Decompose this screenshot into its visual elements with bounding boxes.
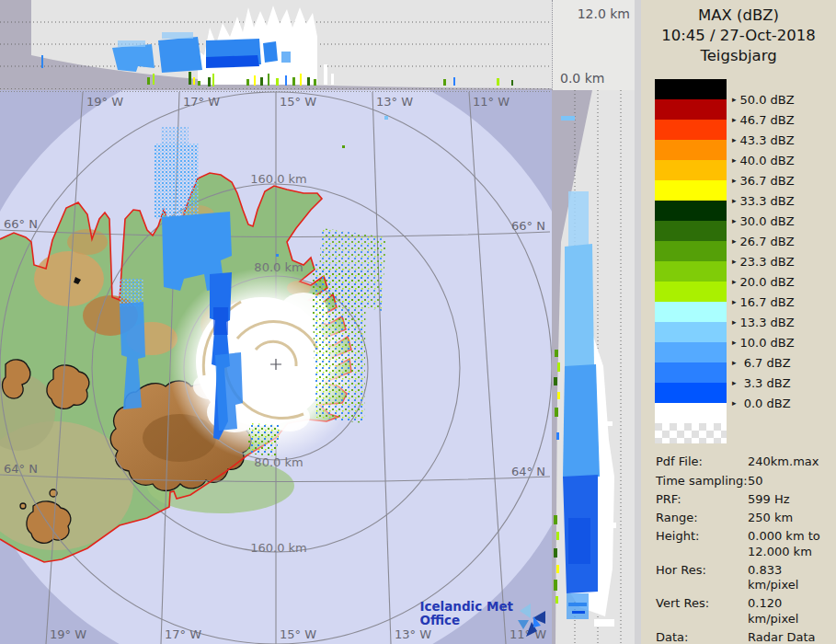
legend-label: 33.3 dBZ <box>727 190 795 211</box>
metadata-row: Time sampling: 50 <box>656 474 836 489</box>
timestamp: 10:45 / 27-Oct-2018 <box>641 26 836 46</box>
legend-label: 23.3 dBZ <box>727 251 795 271</box>
metadata-row: Pdf File: 240km.max <box>656 454 836 469</box>
info-sidebar: MAX (dBZ) 10:45 / 27-Oct-2018 Teigsbjarg… <box>635 0 836 644</box>
lat-label-left: 66° N <box>4 217 38 231</box>
ring-label-160-top: 160.0 km <box>250 172 307 186</box>
legend-rows: 50.0 dBZ 46.7 dBZ 43.3 dBZ 40.0 <box>655 79 836 403</box>
legend-label: 40.0 dBZ <box>727 150 795 170</box>
dbz-color-scale: 50.0 dBZ 46.7 dBZ 43.3 dBZ 40.0 <box>641 79 836 443</box>
radar-map: 19° W 17° W 15° W 13° W 11° W 19° W 17° … <box>0 90 552 644</box>
height-axis-box: 12.0 km 0.0 km <box>552 0 635 90</box>
legend-label: 6.7 dBZ <box>727 352 791 373</box>
legend-label: 3.3 dBZ <box>727 373 791 393</box>
legend-swatch <box>655 362 727 383</box>
icelandic-met-office-logo: Icelandic Met Office <box>419 600 548 640</box>
legend-swatch <box>655 160 727 180</box>
lon-label-top: 19° W <box>86 95 123 109</box>
legend-band-white <box>655 403 727 423</box>
metadata-row: Range: 250 km <box>656 511 836 525</box>
legend-label: 36.7 dBZ <box>727 170 795 190</box>
metadata-row: Data: Radar Data <box>656 630 836 644</box>
radar-display-window: 12.0 km 0.0 km <box>0 0 836 644</box>
legend-swatch <box>655 99 727 120</box>
pinwheel-icon <box>513 600 548 640</box>
metadata-label: PRF: <box>656 492 748 507</box>
metadata-label: Range: <box>656 511 748 525</box>
metadata-value: 240km.max <box>748 454 819 469</box>
legend-swatch <box>655 120 727 140</box>
legend-label: 50.0 dBZ <box>727 89 795 109</box>
legend-swatch <box>655 342 727 362</box>
metadata-row: Hor Res: 0.833 km/pixel <box>656 563 836 593</box>
legend-swatch <box>655 261 727 282</box>
legend-label: 13.3 dBZ <box>727 312 795 332</box>
lon-label-bottom: 17° W <box>165 627 201 641</box>
ring-label-80-bottom: 80.0 km <box>254 455 303 469</box>
legend-label: 46.7 dBZ <box>727 109 795 130</box>
height-axis-max-label: 12.0 km <box>578 6 630 21</box>
legend-label: 20.0 dBZ <box>727 271 795 292</box>
metadata-label: Vert Res: <box>656 596 748 627</box>
legend-label: 10.0 dBZ <box>727 332 795 352</box>
legend-swatch <box>655 201 727 221</box>
lat-label-right: 66° N <box>511 219 545 233</box>
metadata-value: 0.120 km/pixel <box>748 596 836 627</box>
legend-swatch <box>655 322 727 342</box>
metadata-value: 0.000 km to 12.000 km <box>748 529 820 559</box>
metadata-label: Pdf File: <box>656 454 748 469</box>
lat-label-right: 64° N <box>511 465 545 478</box>
logo-text: Icelandic Met Office <box>419 600 513 627</box>
legend-band-transparent <box>655 423 727 443</box>
legend-label: 26.7 dBZ <box>727 231 795 251</box>
top-height-profile-panel <box>0 0 552 90</box>
metadata-label: Time sampling: <box>656 474 748 489</box>
legend-swatch <box>655 140 727 160</box>
legend-label: 43.3 dBZ <box>727 130 795 150</box>
radar-map-panel: 19° W 17° W 15° W 13° W 11° W 19° W 17° … <box>0 90 552 644</box>
beam-blocked-area <box>0 0 31 90</box>
snow-echo-dither <box>155 144 199 219</box>
metadata-label: Hor Res: <box>656 563 748 593</box>
metadata-rows: Pdf File: 240km.max Time sampling: 50 PR… <box>656 454 836 644</box>
lon-label-top: 11° W <box>473 95 510 109</box>
right-profile-plot <box>552 90 635 644</box>
metadata-row: Height: 0.000 km to 12.000 km <box>656 529 836 559</box>
ring-label-80-top: 80.0 km <box>254 260 303 274</box>
metadata-label: Data: <box>656 630 748 644</box>
metadata-row: Vert Res: 0.120 km/pixel <box>656 596 836 627</box>
metadata-value: 599 Hz <box>748 492 790 507</box>
legend-swatch <box>655 180 727 201</box>
legend-swatch <box>655 241 727 261</box>
product-title: MAX (dBZ) <box>641 6 836 26</box>
metadata-value: 50 <box>748 474 763 489</box>
height-axis-min-label: 0.0 km <box>560 71 604 86</box>
scan-metadata: Pdf File: 240km.max Time sampling: 50 PR… <box>641 454 836 644</box>
lon-label-bottom: 15° W <box>280 627 316 641</box>
lon-label-bottom: 19° W <box>50 627 86 641</box>
lon-label-top: 13° W <box>376 95 413 109</box>
legend-swatch <box>655 221 727 241</box>
station-name: Teigsbjarg <box>641 46 836 66</box>
ring-label-160-bottom: 160.0 km <box>250 541 307 555</box>
legend-swatch <box>655 383 727 403</box>
legend-swatch <box>655 79 727 99</box>
legend-row: 50.0 dBZ <box>655 79 836 99</box>
lat-label-left: 64° N <box>4 462 38 476</box>
legend-label: 30.0 dBZ <box>727 211 795 231</box>
metadata-label: Height: <box>656 529 748 559</box>
legend-swatch <box>655 302 727 322</box>
metadata-value: 250 km <box>748 511 793 525</box>
legend-label: 16.7 dBZ <box>727 292 795 312</box>
lon-label-top: 15° W <box>280 95 316 109</box>
top-profile-plot <box>0 0 552 90</box>
lon-label-top: 17° W <box>183 95 220 109</box>
legend-swatch <box>655 282 727 302</box>
metadata-value: Radar Data <box>748 630 815 644</box>
legend-label: 0.0 dBZ <box>727 393 791 413</box>
metadata-value: 0.833 km/pixel <box>748 563 836 593</box>
metadata-row: PRF: 599 Hz <box>656 492 836 507</box>
right-height-profile-panel <box>552 90 635 644</box>
sidebar-header: MAX (dBZ) 10:45 / 27-Oct-2018 Teigsbjarg <box>641 6 836 65</box>
